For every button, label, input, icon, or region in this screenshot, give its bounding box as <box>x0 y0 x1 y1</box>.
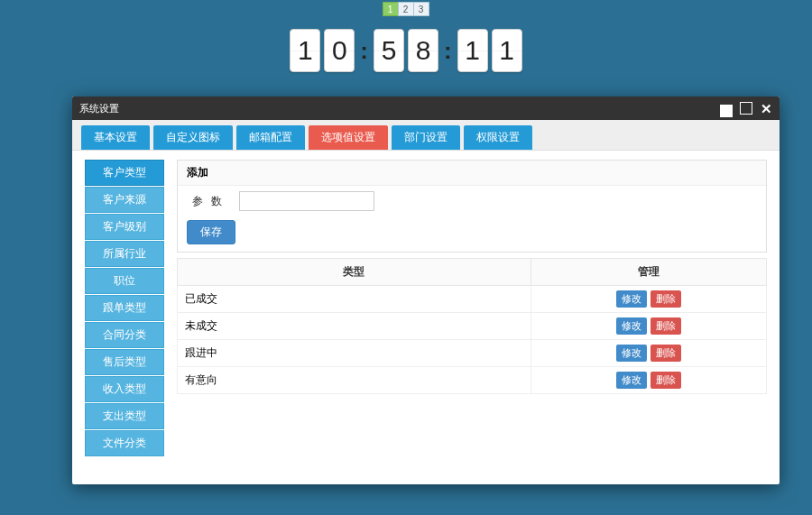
table-row: 已成交修改 删除 <box>178 286 767 313</box>
type-cell: 已成交 <box>178 286 531 313</box>
type-cell: 有意向 <box>178 367 531 394</box>
tab-5[interactable]: 权限设置 <box>464 125 532 150</box>
table-row: 有意向修改 删除 <box>178 367 767 394</box>
sidebar-item-9[interactable]: 支出类型 <box>85 403 164 429</box>
digit: 1 <box>290 29 320 72</box>
edit-button[interactable]: 修改 <box>616 345 647 362</box>
delete-button[interactable]: 删除 <box>651 345 681 362</box>
pager-page-2[interactable]: 2 <box>398 2 414 16</box>
clock-minutes: 5 8 <box>374 29 438 72</box>
settings-window: 系统设置 ✕ 基本设置自定义图标邮箱配置选项值设置部门设置权限设置 客户类型客户… <box>72 97 780 484</box>
type-cell: 未成交 <box>178 313 531 340</box>
clock-colon: : <box>360 37 368 65</box>
sidebar-item-10[interactable]: 文件分类 <box>85 430 164 456</box>
add-row: 参 数 <box>178 186 766 216</box>
action-cell: 修改 删除 <box>531 313 766 340</box>
pager-page-1[interactable]: 1 <box>383 2 399 16</box>
sidebar-item-5[interactable]: 跟单类型 <box>85 295 164 321</box>
close-icon: ✕ <box>760 102 772 115</box>
table-row: 跟进中修改 删除 <box>178 340 767 367</box>
window-controls: ✕ <box>720 102 772 115</box>
delete-button[interactable]: 删除 <box>651 290 681 308</box>
clock-colon: : <box>444 37 452 65</box>
sidebar-item-0[interactable]: 客户类型 <box>85 160 164 186</box>
digit: 0 <box>324 29 355 72</box>
background-pager: 123 <box>0 0 812 16</box>
options-tbody: 已成交修改 删除未成交修改 删除跟进中修改 删除有意向修改 删除 <box>178 286 767 394</box>
minimize-button[interactable] <box>720 102 733 115</box>
delete-button[interactable]: 删除 <box>651 372 681 389</box>
action-cell: 修改 删除 <box>531 286 766 313</box>
save-button[interactable]: 保存 <box>187 220 235 244</box>
sidebar-item-7[interactable]: 售后类型 <box>85 349 164 375</box>
edit-button[interactable]: 修改 <box>616 317 647 335</box>
sidebar-item-3[interactable]: 所属行业 <box>85 241 164 267</box>
edit-button[interactable]: 修改 <box>616 290 647 308</box>
sidebar-item-4[interactable]: 职位 <box>85 268 164 294</box>
clock-seconds: 1 1 <box>457 29 522 72</box>
add-panel: 添加 参 数 保存 <box>177 160 767 253</box>
window-title: 系统设置 <box>79 102 119 115</box>
options-table: 类型 管理 已成交修改 删除未成交修改 删除跟进中修改 删除有意向修改 删除 <box>177 258 767 394</box>
clock-hours: 1 0 <box>290 29 355 72</box>
col-type: 类型 <box>178 259 531 286</box>
minimize-icon <box>720 105 733 117</box>
clock: 1 0 : 5 8 : 1 1 <box>0 29 812 72</box>
digit: 1 <box>492 29 522 72</box>
sidebar-item-2[interactable]: 客户级别 <box>85 214 164 240</box>
param-label: 参 数 <box>187 194 230 209</box>
edit-button[interactable]: 修改 <box>616 372 647 389</box>
tab-4[interactable]: 部门设置 <box>392 125 460 150</box>
digit: 8 <box>408 29 438 72</box>
col-manage: 管理 <box>531 259 766 286</box>
sidebar-item-1[interactable]: 客户来源 <box>85 187 164 213</box>
main-panel: 添加 参 数 保存 类型 管理 已成交修改 删除未成交修改 删除跟进中修改 删除… <box>177 160 767 475</box>
digit: 1 <box>457 29 488 72</box>
pager-page-3[interactable]: 3 <box>413 2 429 16</box>
maximize-button[interactable] <box>740 102 752 115</box>
top-tabs: 基本设置自定义图标邮箱配置选项值设置部门设置权限设置 <box>72 120 780 151</box>
tab-3[interactable]: 选项值设置 <box>309 125 388 150</box>
window-titlebar[interactable]: 系统设置 ✕ <box>72 97 780 120</box>
param-input[interactable] <box>239 191 374 211</box>
sidebar-item-6[interactable]: 合同分类 <box>85 322 164 348</box>
add-panel-header: 添加 <box>178 161 766 186</box>
sidebar-item-8[interactable]: 收入类型 <box>85 376 164 402</box>
maximize-icon <box>740 102 752 115</box>
tab-1[interactable]: 自定义图标 <box>153 125 233 150</box>
tab-2[interactable]: 邮箱配置 <box>236 125 305 150</box>
delete-button[interactable]: 删除 <box>651 317 681 335</box>
digit: 5 <box>374 29 404 72</box>
tab-0[interactable]: 基本设置 <box>81 125 150 150</box>
action-cell: 修改 删除 <box>531 340 766 367</box>
action-cell: 修改 删除 <box>531 367 766 394</box>
window-body: 客户类型客户来源客户级别所属行业职位跟单类型合同分类售后类型收入类型支出类型文件… <box>72 151 780 484</box>
close-button[interactable]: ✕ <box>760 102 772 115</box>
table-row: 未成交修改 删除 <box>178 313 767 340</box>
type-cell: 跟进中 <box>178 340 531 367</box>
sidebar: 客户类型客户来源客户级别所属行业职位跟单类型合同分类售后类型收入类型支出类型文件… <box>85 160 164 475</box>
